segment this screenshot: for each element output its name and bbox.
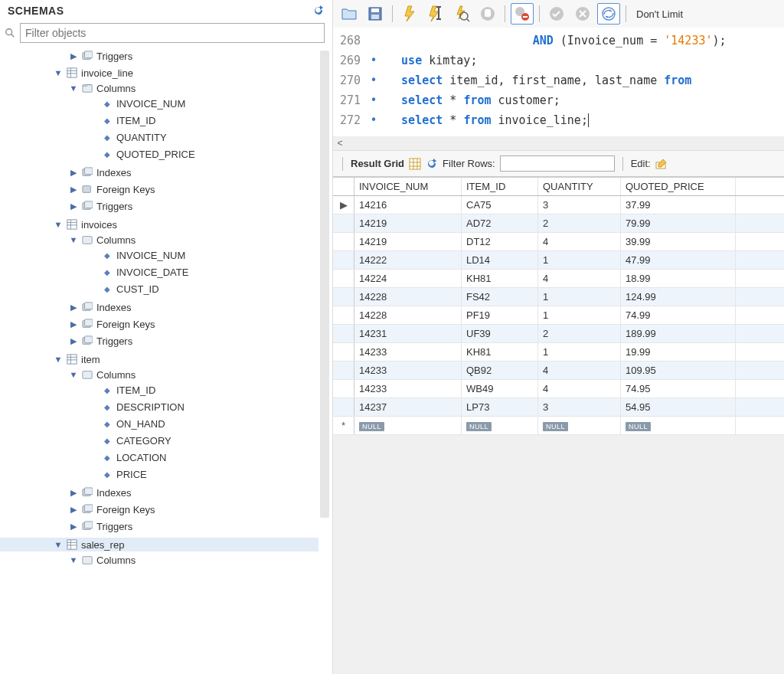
grid-cell[interactable]: 14219 <box>354 233 462 250</box>
filter-objects-input[interactable] <box>20 23 325 43</box>
collapse-icon[interactable] <box>69 555 78 564</box>
row-handle[interactable] <box>333 251 354 269</box>
grid-view-icon[interactable] <box>409 158 421 170</box>
tree-node-item[interactable]: item <box>0 352 318 366</box>
grid-cell[interactable]: CA75 <box>462 196 538 214</box>
grid-cell[interactable]: 74.99 <box>621 306 736 324</box>
grid-cell[interactable]: FS42 <box>462 288 538 306</box>
editor-line[interactable]: 272• select * from invoice_line; <box>333 110 784 130</box>
tree-column-quantity[interactable]: ◆QUANTITY <box>0 130 318 144</box>
grid-cell[interactable]: 47.99 <box>621 251 736 269</box>
tree-column-invoice-num[interactable]: ◆INVOICE_NUM <box>0 97 318 110</box>
editor-line[interactable]: 269• use kimtay; <box>333 51 784 70</box>
tree-node-fkeys[interactable]: Foreign Keys <box>0 502 318 516</box>
grid-cell-null[interactable]: NULL <box>538 417 621 434</box>
grid-cell[interactable]: 18.99 <box>621 270 736 287</box>
tree-node-fkeys[interactable]: Foreign Keys <box>0 182 318 196</box>
collapse-icon[interactable] <box>54 68 63 77</box>
grid-cell[interactable]: 1 <box>538 251 621 269</box>
grid-cell[interactable]: 4 <box>538 380 621 398</box>
grid-row[interactable]: 14237LP73354.95 <box>333 398 784 417</box>
grid-row[interactable]: 14233KH81119.99 <box>333 343 784 362</box>
grid-cell[interactable]: 1 <box>538 343 621 361</box>
grid-cell[interactable]: PF19 <box>462 306 538 324</box>
breakpoint-dot[interactable]: • <box>367 113 381 127</box>
grid-cell[interactable]: UF39 <box>462 325 538 342</box>
schema-tree[interactable]: Triggers invoice_line Columns ◆INVOICE_N… <box>0 47 332 674</box>
editor-line[interactable]: 271• select * from customer; <box>333 90 784 110</box>
row-handle[interactable] <box>333 233 354 250</box>
tree-column-location[interactable]: ◆LOCATION <box>0 450 318 464</box>
grid-cell[interactable]: 14228 <box>354 306 462 324</box>
row-handle[interactable] <box>333 398 354 416</box>
tree-node-fkeys[interactable]: Foreign Keys <box>0 317 318 331</box>
tree-node-columns[interactable]: Columns <box>0 81 318 95</box>
row-handle[interactable] <box>333 343 354 361</box>
expand-icon[interactable] <box>69 336 78 346</box>
limit-rows-label[interactable]: Don't Limit <box>632 8 688 20</box>
grid-header-cell[interactable]: ITEM_ID <box>462 178 538 195</box>
expand-icon[interactable] <box>69 505 78 515</box>
tree-node-triggers[interactable]: Triggers <box>0 199 318 213</box>
breakpoint-dot[interactable]: • <box>367 93 381 107</box>
tree-node-triggers[interactable]: Triggers <box>0 49 318 63</box>
grid-cell[interactable]: DT12 <box>462 233 538 250</box>
filter-rows-input[interactable] <box>500 155 615 172</box>
expand-icon[interactable] <box>69 488 78 498</box>
row-handle[interactable]: ▶ <box>333 196 354 214</box>
grid-cell[interactable]: 109.95 <box>621 362 736 379</box>
row-handle[interactable] <box>333 270 354 287</box>
grid-cell[interactable]: QB92 <box>462 362 538 379</box>
grid-cell[interactable]: 14237 <box>354 398 462 416</box>
row-handle[interactable] <box>333 325 354 342</box>
row-handle[interactable] <box>333 380 354 398</box>
rollback-button[interactable] <box>571 3 594 25</box>
grid-header-cell[interactable]: QUANTITY <box>538 178 621 195</box>
tree-node-columns[interactable]: Columns <box>0 553 318 567</box>
tree-column-item-id[interactable]: ◆ITEM_ID <box>0 113 318 127</box>
expand-icon[interactable] <box>69 201 78 211</box>
stop-button[interactable] <box>476 3 499 25</box>
grid-cell[interactable]: 4 <box>538 362 621 379</box>
editor-line[interactable]: 268 AND (Invoice_num = '14233'); <box>333 31 784 51</box>
collapse-icon[interactable] <box>69 83 78 93</box>
grid-cell[interactable]: 3 <box>538 196 621 214</box>
collapse-icon[interactable] <box>54 540 63 549</box>
grid-cell[interactable]: 14224 <box>354 270 462 287</box>
grid-row[interactable]: 14228FS421124.99 <box>333 288 784 306</box>
grid-header-cell[interactable]: QUOTED_PRICE <box>621 178 736 195</box>
tree-node-columns[interactable]: Columns <box>0 368 318 381</box>
save-button[interactable] <box>364 3 387 25</box>
tree-column-invoice-num[interactable]: ◆INVOICE_NUM <box>0 248 318 262</box>
grid-cell[interactable]: 14222 <box>354 251 462 269</box>
expand-icon[interactable] <box>69 522 78 532</box>
code-text[interactable]: use kimtay; <box>381 54 784 67</box>
breakpoint-dot[interactable]: • <box>367 74 381 87</box>
grid-cell[interactable]: 3 <box>538 398 621 416</box>
grid-cell[interactable]: 4 <box>538 270 621 287</box>
expand-icon[interactable] <box>69 319 78 329</box>
code-text[interactable]: AND (Invoice_num = '14233'); <box>381 34 784 47</box>
grid-cell[interactable]: AD72 <box>462 214 538 232</box>
grid-cell[interactable]: WB49 <box>462 380 538 398</box>
grid-cell[interactable]: 19.99 <box>621 343 736 361</box>
tree-column-item-id[interactable]: ◆ITEM_ID <box>0 383 318 397</box>
grid-row[interactable]: 14219AD72279.99 <box>333 214 784 233</box>
grid-row[interactable]: 14219DT12439.99 <box>333 233 784 251</box>
grid-cell[interactable]: KH81 <box>462 270 538 287</box>
grid-row[interactable]: 14228PF19174.99 <box>333 306 784 325</box>
grid-cell[interactable]: 2 <box>538 214 621 232</box>
execute-cursor-button[interactable] <box>424 3 447 25</box>
refresh-results-icon[interactable] <box>426 158 438 170</box>
row-handle[interactable] <box>333 214 354 232</box>
result-grid[interactable]: INVOICE_NUM ITEM_ID QUANTITY QUOTED_PRIC… <box>333 177 784 435</box>
tree-column-cust-id[interactable]: ◆CUST_ID <box>0 282 318 296</box>
grid-row[interactable]: 14231UF392189.99 <box>333 325 784 343</box>
code-text[interactable]: select * from invoice_line; <box>381 113 784 127</box>
editor-line[interactable]: 270• select item_id, first_name, last_na… <box>333 70 784 90</box>
grid-cell[interactable]: 54.95 <box>621 398 736 416</box>
grid-cell[interactable]: 14219 <box>354 214 462 232</box>
grid-cell[interactable]: 14233 <box>354 362 462 379</box>
grid-cell[interactable]: 4 <box>538 233 621 250</box>
grid-cell-null[interactable]: NULL <box>462 417 538 434</box>
